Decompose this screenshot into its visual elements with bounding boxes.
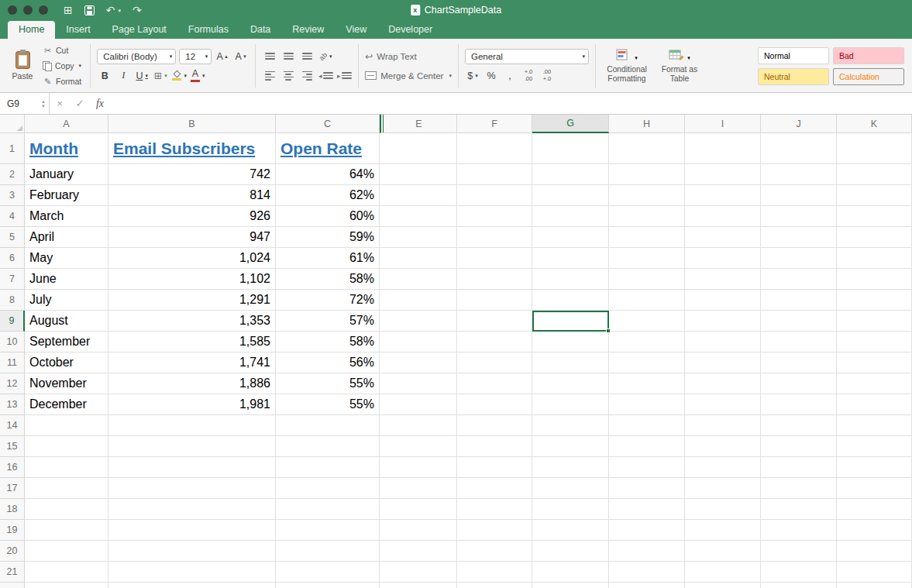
cell-F17[interactable] [457,478,532,499]
cell-B11[interactable]: 1,741 [108,352,276,373]
enter-icon[interactable]: ✓ [70,98,90,109]
tab-view[interactable]: View [335,21,377,39]
align-middle-button[interactable] [280,49,296,64]
ribbon-layout-icon[interactable]: ⊞ [64,5,73,15]
cell-J19[interactable] [761,520,837,541]
cell-K21[interactable] [837,562,912,583]
column-header-B[interactable]: B [108,115,276,133]
cell-I2[interactable] [685,164,761,185]
conditional-formatting-dropdown[interactable] [633,49,638,63]
cell-A12[interactable]: November [25,373,108,394]
tab-data[interactable]: Data [239,21,281,39]
cell-A13[interactable]: December [25,394,108,415]
cell-E17[interactable] [380,478,457,499]
italic-button[interactable]: I [115,68,131,84]
cell-E8[interactable] [380,290,457,311]
cell-E10[interactable] [380,332,457,352]
formula-input[interactable] [110,93,912,114]
cell-E3[interactable] [380,185,457,206]
close-button[interactable] [8,5,17,15]
cell-F1[interactable] [457,133,532,164]
cell-C19[interactable] [276,520,380,541]
font-size-select[interactable]: 12 [179,49,212,64]
cell-E19[interactable] [380,520,457,541]
cell-G6[interactable] [532,248,609,269]
cell-I8[interactable] [685,290,761,311]
borders-button[interactable]: ⊞ [153,68,168,84]
cell-H12[interactable] [609,373,685,394]
tab-home[interactable]: Home [8,21,55,39]
column-header-K[interactable]: K [837,115,912,133]
cell-C11[interactable]: 56% [276,352,380,373]
cell-H16[interactable] [609,457,685,478]
cell-E16[interactable] [380,457,457,478]
cell-E5[interactable] [380,227,457,248]
cell-K18[interactable] [837,499,912,520]
cell-G15[interactable] [532,436,609,457]
cell-B17[interactable] [108,478,276,499]
cell-F18[interactable] [457,499,532,520]
increase-indent-button[interactable]: ▸ [336,68,352,84]
row-header-11[interactable]: 11 [0,352,25,373]
cell-K22[interactable] [837,583,912,588]
cell-I15[interactable] [685,436,761,457]
tab-developer[interactable]: Developer [377,21,443,39]
row-header-14[interactable]: 14 [0,415,25,436]
cell-K16[interactable] [837,457,912,478]
cell-I3[interactable] [685,185,761,206]
cell-J1[interactable] [761,133,837,164]
cell-F14[interactable] [457,415,532,436]
cell-K17[interactable] [837,478,912,499]
cell-I13[interactable] [685,394,761,415]
cell-A6[interactable]: May [25,248,108,269]
cell-K6[interactable] [837,248,912,269]
row-header-10[interactable]: 10 [0,332,25,352]
cell-F10[interactable] [457,332,532,352]
cell-H3[interactable] [609,185,685,206]
cell-G14[interactable] [532,415,609,436]
conditional-formatting-button[interactable]: Conditional Formatting [602,49,652,84]
cell-H11[interactable] [609,352,685,373]
cell-G21[interactable] [532,562,609,583]
cell-H14[interactable] [609,415,685,436]
column-header-J[interactable]: J [761,115,837,133]
cell-C14[interactable] [276,415,380,436]
orientation-button[interactable]: ab [318,49,333,64]
cell-K19[interactable] [837,520,912,541]
select-all-corner[interactable] [0,115,25,133]
cell-I21[interactable] [685,562,761,583]
tab-formulas[interactable]: Formulas [177,21,239,39]
decrease-font-size-button[interactable]: A▼ [233,49,249,64]
cell-C18[interactable] [276,499,380,520]
cell-K11[interactable] [837,352,912,373]
cell-A22[interactable] [25,583,108,588]
cell-B20[interactable] [108,541,276,562]
column-header-E[interactable]: E [380,115,457,133]
fill-handle[interactable] [606,328,611,333]
cell-E15[interactable] [380,436,457,457]
cell-F11[interactable] [457,352,532,373]
cell-B14[interactable] [108,415,276,436]
cell-A17[interactable] [25,478,108,499]
cell-J3[interactable] [761,185,837,206]
cell-A8[interactable]: July [25,290,108,311]
cell-E18[interactable] [380,499,457,520]
paste-button[interactable]: Paste [6,43,39,89]
cell-K14[interactable] [837,415,912,436]
row-header-5[interactable]: 5 [0,227,25,248]
cell-A4[interactable]: March [25,206,108,227]
cell-C13[interactable]: 55% [276,394,380,415]
cell-K1[interactable] [837,133,912,164]
row-header-16[interactable]: 16 [0,457,25,478]
cell-I19[interactable] [685,520,761,541]
copy-button[interactable]: Copy [40,59,84,73]
cell-J6[interactable] [761,248,837,269]
cell-A11[interactable]: October [25,352,108,373]
cell-H20[interactable] [609,541,685,562]
cell-E11[interactable] [380,352,457,373]
tab-review[interactable]: Review [281,21,335,39]
cell-I22[interactable] [685,583,761,588]
cell-J5[interactable] [761,227,837,248]
decrease-indent-button[interactable]: ◂ [318,68,333,84]
insert-function-icon[interactable]: fx [90,98,110,110]
